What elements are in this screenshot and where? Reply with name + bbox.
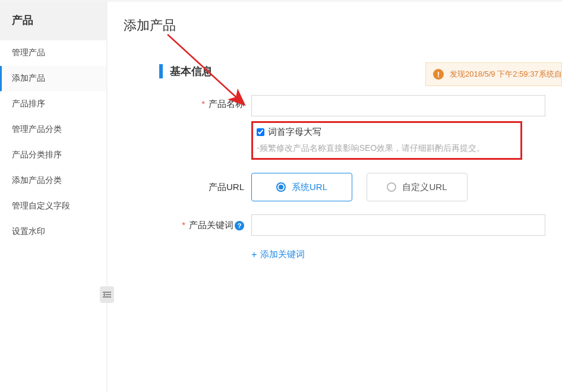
radio-label: 自定义URL (402, 182, 447, 193)
section-title: 基本信息 (170, 64, 213, 78)
radio-label: 系统URL (292, 182, 327, 193)
plus-icon: + (251, 249, 257, 260)
sidebar-item-label: 管理产品 (12, 48, 45, 57)
sidebar-collapse-tab[interactable] (100, 286, 114, 303)
add-keyword-label: 添加关键词 (260, 249, 305, 260)
section-header: 基本信息 (159, 64, 545, 78)
collapse-icon (103, 291, 111, 298)
app-root: 产品 管理产品 添加产品 产品排序 管理产品分类 产品分类排序 添加产品分类 管… (0, 0, 562, 392)
add-keyword-cell: + 添加关键词 (251, 249, 545, 260)
radio-dot-icon (387, 182, 396, 192)
sidebar-title: 产品 (0, 0, 106, 40)
required-star: * (182, 220, 185, 230)
sidebar-items: 管理产品 添加产品 产品排序 管理产品分类 产品分类排序 添加产品分类 管理自定… (0, 40, 106, 245)
url-radio-group: 系统URL 自定义URL (251, 173, 545, 201)
sidebar: 产品 管理产品 添加产品 产品排序 管理产品分类 产品分类排序 添加产品分类 管… (0, 0, 107, 392)
label-text: 产品名称 (209, 99, 244, 109)
sidebar-item-label: 产品排序 (12, 99, 45, 108)
row-keywords: *产品关键词? (124, 214, 545, 236)
sidebar-item-label: 添加产品 (12, 73, 45, 83)
row-add-keyword: + 添加关键词 (124, 249, 545, 260)
capitalize-checkbox[interactable] (257, 128, 264, 136)
label-text: 产品关键词 (189, 220, 233, 230)
product-name-hint: -频繁修改产品名称直接影响SEO效果，请仔细斟酌后再提交。 (257, 141, 485, 154)
required-star: * (201, 99, 205, 109)
sidebar-item-label: 添加产品分类 (12, 175, 62, 185)
capitalize-checkbox-wrap[interactable]: 词首字母大写 (257, 127, 485, 138)
add-keyword-link[interactable]: + 添加关键词 (251, 249, 545, 260)
sidebar-item-manage-products[interactable]: 管理产品 (0, 40, 106, 66)
sidebar-item-category-sort[interactable]: 产品分类排序 (0, 143, 106, 168)
sidebar-item-label: 设置水印 (12, 226, 45, 236)
page-title: 添加产品 (107, 0, 562, 45)
section-bar (159, 64, 163, 78)
svg-rect-0 (103, 292, 111, 293)
sidebar-item-label: 管理产品分类 (12, 124, 62, 134)
field-keywords (251, 214, 545, 236)
label-product-name: *产品名称 (124, 95, 251, 110)
label-product-url: 产品URL (124, 182, 251, 193)
capitalize-label: 词首字母大写 (268, 127, 321, 138)
sidebar-item-watermark[interactable]: 设置水印 (0, 219, 106, 245)
url-option-system[interactable]: 系统URL (251, 173, 352, 201)
row-product-name: *产品名称 词首字母大写 -频繁修改产品名称直接影响SEO效果，请仔细斟酌后再提… (124, 95, 545, 160)
sidebar-item-label: 产品分类排序 (12, 150, 62, 159)
svg-marker-3 (103, 293, 105, 296)
help-icon[interactable]: ? (235, 221, 244, 230)
main-content: 添加产品 ! 发现2018/5/9 下午2:59:37系统自动保存的产品信息，是… (107, 0, 562, 392)
radio-dot-icon (276, 182, 286, 192)
sidebar-item-label: 管理自定义字段 (12, 201, 70, 210)
field-product-name: 词首字母大写 -频繁修改产品名称直接影响SEO效果，请仔细斟酌后再提交。 (251, 95, 545, 160)
form-area: 基本信息 *产品名称 词首字母大写 -频繁修改产品名称直接影响SEO效果，请仔细… (107, 64, 562, 260)
label-keywords: *产品关键词? (124, 220, 251, 231)
sidebar-item-manage-category[interactable]: 管理产品分类 (0, 117, 106, 143)
url-option-custom[interactable]: 自定义URL (367, 173, 468, 201)
sidebar-item-add-product[interactable]: 添加产品 (0, 66, 106, 91)
annotation-box: 词首字母大写 -频繁修改产品名称直接影响SEO效果，请仔细斟酌后再提交。 (251, 121, 522, 160)
row-product-url: 产品URL 系统URL 自定义URL (124, 173, 545, 201)
svg-rect-1 (106, 294, 111, 295)
sidebar-item-product-sort[interactable]: 产品排序 (0, 91, 106, 117)
sidebar-item-custom-fields[interactable]: 管理自定义字段 (0, 194, 106, 219)
field-product-url: 系统URL 自定义URL (251, 173, 545, 201)
spacer (124, 249, 251, 252)
svg-rect-2 (103, 296, 111, 298)
keywords-input[interactable] (251, 214, 545, 236)
sidebar-item-add-category[interactable]: 添加产品分类 (0, 168, 106, 194)
label-text: 产品URL (209, 182, 244, 192)
product-name-input[interactable] (251, 95, 545, 116)
